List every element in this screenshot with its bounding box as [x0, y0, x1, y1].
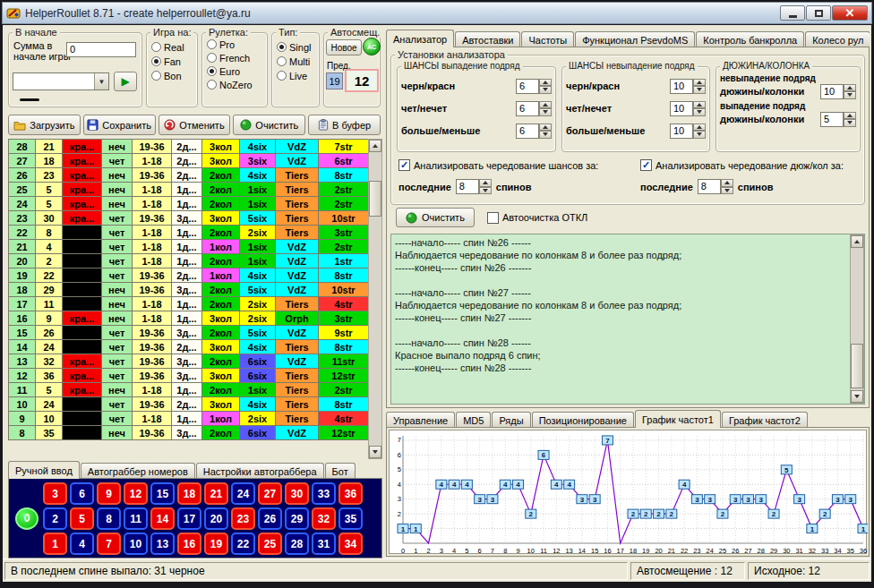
number-1-button[interactable]: 1 [43, 533, 67, 555]
number-26-button[interactable]: 26 [258, 507, 282, 530]
number-23-button[interactable]: 23 [231, 507, 255, 530]
number-5-button[interactable]: 5 [70, 507, 94, 530]
high-low-miss-spinner[interactable]: 10 [670, 124, 706, 139]
number-0-button[interactable]: 0 [15, 507, 39, 530]
clear-button[interactable]: Очистить [233, 115, 305, 135]
analyzer-clear-button[interactable]: Очистить [396, 208, 475, 227]
play-button[interactable]: ▶ [114, 72, 137, 91]
spin-down-button[interactable] [693, 86, 706, 94]
number-28-button[interactable]: 28 [285, 533, 309, 555]
tab-md5[interactable]: MD5 [456, 412, 491, 428]
spin-down-button[interactable] [721, 187, 733, 195]
number-2-button[interactable]: 2 [43, 507, 67, 530]
autoclear-checkbox[interactable]: Автоочистка ОТКЛ [487, 212, 587, 224]
scroll-up-button[interactable] [851, 235, 863, 248]
tab-bot[interactable]: Бот [325, 463, 356, 479]
load-button[interactable]: Загрузить [8, 115, 81, 135]
tab-grabber-settings[interactable]: Настройки автограббера [196, 463, 324, 479]
number-3-button[interactable]: 3 [43, 482, 67, 505]
spin-down-button[interactable] [479, 187, 492, 195]
history-scrollbar[interactable] [368, 139, 382, 459]
log-scrollbar[interactable] [850, 234, 864, 404]
number-22-button[interactable]: 22 [231, 533, 255, 555]
dozen-hit-spinner[interactable]: 5 [820, 112, 856, 127]
scroll-up-button[interactable] [369, 140, 381, 152]
spin-up-button[interactable] [693, 101, 706, 109]
ac-button[interactable]: АС [363, 38, 381, 55]
even-odd-hit-spinner[interactable]: 6 [516, 101, 552, 116]
alt-dozens-checkbox[interactable]: ✓ Анализировать чередование дюж/кол за: [640, 159, 844, 171]
number-8-button[interactable]: 8 [97, 507, 121, 530]
tab-frequency-chart1[interactable]: График частот1 [635, 410, 721, 428]
collapse-handle[interactable] [20, 98, 39, 101]
dozen-miss-spinner[interactable]: 10 [820, 84, 856, 99]
number-31-button[interactable]: 31 [312, 533, 336, 555]
tab-frequencies[interactable]: Частоты [521, 31, 574, 47]
high-low-hit-spinner[interactable]: 6 [516, 124, 552, 139]
tab-analyzer[interactable]: Анализатор [386, 30, 454, 47]
number-34-button[interactable]: 34 [338, 533, 363, 555]
tab-wheel[interactable]: Колесо рул [805, 31, 870, 47]
number-9-button[interactable]: 9 [97, 482, 121, 505]
spin-up-button[interactable] [693, 124, 706, 132]
number-19-button[interactable]: 19 [204, 533, 228, 555]
spin-down-button[interactable] [539, 131, 552, 139]
start-sum-input[interactable]: 0 [66, 42, 136, 57]
minimize-button[interactable] [780, 5, 805, 21]
tab-positioning[interactable]: Позиционирование [532, 412, 634, 428]
spin-up-button[interactable] [844, 84, 856, 92]
type-option-live[interactable]: Live [277, 70, 319, 81]
spin-up-button[interactable] [479, 179, 492, 187]
tab-manual-input[interactable]: Ручной ввод [8, 461, 80, 479]
history-combobox[interactable]: ▼ [13, 72, 109, 90]
spin-down-button[interactable] [844, 119, 856, 127]
alt-chances-spinner[interactable]: 8 [456, 179, 492, 194]
number-16-button[interactable]: 16 [177, 533, 201, 555]
number-20-button[interactable]: 20 [204, 507, 228, 530]
spin-down-button[interactable] [693, 131, 706, 139]
roulette-option-pro[interactable]: Pro [207, 38, 267, 50]
spin-up-button[interactable] [693, 79, 706, 87]
number-11-button[interactable]: 11 [124, 507, 148, 530]
spin-up-button[interactable] [844, 112, 856, 120]
copy-to-buffer-button[interactable]: В буфер [308, 115, 381, 135]
game-option-bon[interactable]: Bon [151, 70, 197, 81]
black-red-hit-spinner[interactable]: 6 [516, 79, 552, 94]
new-button[interactable]: Новое [326, 39, 362, 55]
number-30-button[interactable]: 30 [285, 482, 309, 505]
spin-down-button[interactable] [539, 108, 552, 116]
undo-button[interactable]: Отменить [159, 115, 231, 135]
spin-up-button[interactable] [539, 124, 552, 132]
number-17-button[interactable]: 17 [177, 507, 201, 530]
black-red-miss-spinner[interactable]: 10 [670, 79, 706, 94]
tab-number-grabber[interactable]: Автограббер номеров [81, 463, 195, 479]
chevron-down-icon[interactable]: ▼ [94, 73, 108, 89]
maximize-button[interactable] [806, 5, 831, 21]
spin-down-button[interactable] [844, 91, 856, 99]
analyzer-log[interactable]: -----начало----- спин №26 ------Наблюдае… [390, 234, 865, 405]
tab-autobets[interactable]: Автоставки [455, 31, 520, 47]
number-32-button[interactable]: 32 [312, 507, 336, 530]
roulette-option-french[interactable]: French [207, 52, 267, 64]
number-21-button[interactable]: 21 [204, 482, 228, 505]
tab-bankroll-control[interactable]: Контроль банкролла [696, 31, 804, 47]
roulette-option-euro[interactable]: Euro [207, 65, 267, 77]
number-24-button[interactable]: 24 [231, 482, 255, 505]
spin-down-button[interactable] [539, 86, 552, 94]
alt-dozens-spinner[interactable]: 8 [698, 179, 733, 194]
number-36-button[interactable]: 36 [338, 482, 363, 505]
number-18-button[interactable]: 18 [177, 482, 201, 505]
spin-up-button[interactable] [539, 101, 552, 109]
number-15-button[interactable]: 15 [150, 482, 175, 505]
game-option-fan[interactable]: Fan [151, 55, 197, 67]
number-12-button[interactable]: 12 [124, 482, 148, 505]
number-6-button[interactable]: 6 [70, 482, 94, 505]
tab-psevdoms[interactable]: Функционал PsevdoMS [575, 31, 695, 47]
type-option-singl[interactable]: Singl [277, 41, 319, 53]
scroll-down-button[interactable] [851, 390, 863, 403]
scroll-thumb[interactable] [369, 181, 381, 217]
game-option-real[interactable]: Real [151, 41, 197, 53]
number-35-button[interactable]: 35 [338, 507, 363, 530]
close-button[interactable]: ✕ [832, 5, 868, 21]
number-7-button[interactable]: 7 [97, 533, 121, 555]
